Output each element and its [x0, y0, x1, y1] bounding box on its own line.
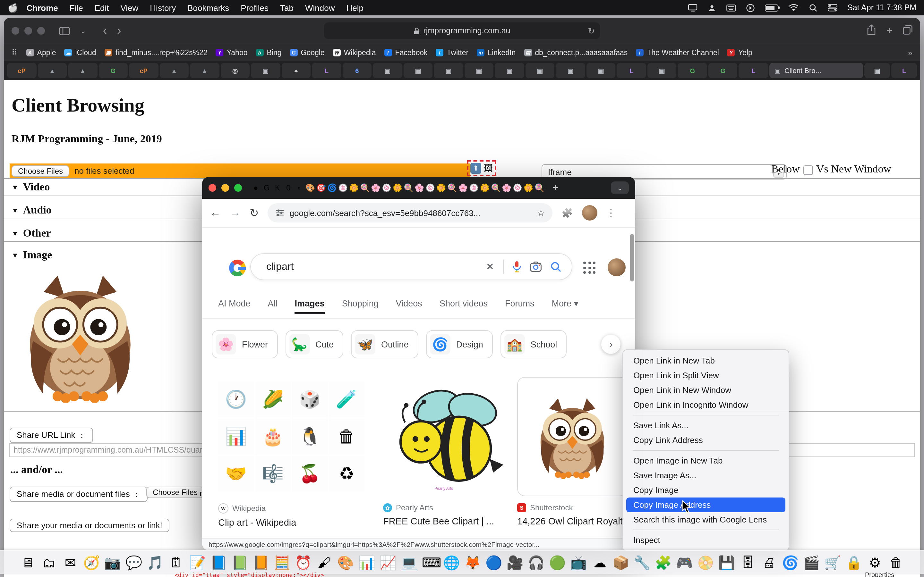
- zoom-window-button[interactable]: [37, 27, 45, 35]
- google-apps-icon[interactable]: [583, 261, 596, 274]
- browser-tab[interactable]: ▣: [251, 63, 280, 78]
- section-other[interactable]: ▼ Other: [11, 227, 51, 240]
- browser-tab[interactable]: 0: [284, 183, 293, 192]
- browser-tab[interactable]: 🌸: [502, 183, 511, 192]
- control-center-icon[interactable]: [827, 4, 837, 11]
- bookmark-item[interactable]: A Apple: [26, 49, 56, 56]
- chip-cute[interactable]: 🦕 Cute: [285, 330, 343, 358]
- menubar-item[interactable]: View: [115, 3, 144, 13]
- sidebar-toggle-icon[interactable]: [59, 27, 70, 35]
- context-menu-item[interactable]: Open Link in Split View: [626, 368, 785, 383]
- dock-app-icon[interactable]: 🎮: [676, 556, 693, 569]
- dock-app-icon[interactable]: 🧮: [274, 556, 290, 569]
- browser-tab[interactable]: cP: [7, 63, 36, 78]
- browser-tab[interactable]: 🌼: [523, 183, 533, 192]
- browser-tab[interactable]: 🍥: [513, 183, 522, 192]
- dock-app-icon[interactable]: 🗑: [888, 556, 905, 569]
- dock-app-icon[interactable]: 📘: [210, 556, 227, 569]
- apple-menu-icon[interactable]: 🍎: [8, 3, 18, 13]
- browser-tab[interactable]: G: [708, 63, 738, 78]
- bookmark-item[interactable]: Y Yelp: [727, 49, 752, 56]
- browser-tab[interactable]: ▣: [373, 63, 402, 78]
- browser-tab[interactable]: ▣: [495, 63, 524, 78]
- keyboard-icon[interactable]: [726, 4, 736, 11]
- spotlight-icon[interactable]: [809, 3, 817, 12]
- browser-tab[interactable]: L: [617, 63, 646, 78]
- browser-tab[interactable]: 🎨: [305, 183, 315, 192]
- bookmark-item[interactable]: t Twitter: [436, 49, 469, 56]
- browser-tab[interactable]: ▣: [864, 63, 890, 78]
- new-tab-button[interactable]: +: [552, 182, 559, 193]
- close-window-button[interactable]: [208, 184, 216, 192]
- bookmark-item[interactable]: T The Weather Channel: [636, 49, 719, 56]
- context-menu-item[interactable]: Search this image with Google Lens: [626, 512, 785, 527]
- browser-tab[interactable]: ▣: [434, 63, 463, 78]
- browser-tab[interactable]: ▫: [294, 183, 304, 192]
- browser-tab[interactable]: 🍥: [382, 183, 391, 192]
- menubar-item[interactable]: History: [144, 3, 182, 13]
- owl-result-card[interactable]: [517, 377, 628, 496]
- context-menu-item[interactable]: Open Image in New Tab: [626, 453, 785, 468]
- dock-app-icon[interactable]: 🔵: [485, 556, 502, 569]
- share-submit-button[interactable]: Share your media or documents or link!: [10, 519, 170, 532]
- context-menu-item[interactable]: Save Link As...: [626, 418, 785, 433]
- result-caption[interactable]: WWikipedia Clip art - Wikipedia: [218, 503, 365, 528]
- browser-tab[interactable]: ▲: [160, 63, 189, 78]
- tab-images[interactable]: Images: [295, 299, 325, 314]
- dock-app-icon[interactable]: 📦: [612, 556, 629, 569]
- sidebar-chevron-icon[interactable]: ⌄: [80, 27, 86, 35]
- result-title[interactable]: FREE Cute Bee Clipart | ...: [383, 516, 513, 526]
- image-icon[interactable]: 🖼: [484, 164, 493, 173]
- share-url-link-button[interactable]: Share URL Link ：: [10, 428, 93, 443]
- choose-files-button[interactable]: Choose Files: [11, 165, 69, 177]
- chips-scroll-right-button[interactable]: ›: [601, 335, 620, 354]
- browser-tab[interactable]: K: [273, 183, 282, 192]
- result-title[interactable]: 14,226 Owl Clipart Royalt: [517, 516, 628, 526]
- browser-tab[interactable]: ▲: [190, 63, 219, 78]
- dock-app-icon[interactable]: 📗: [231, 556, 248, 569]
- browser-tab[interactable]: 🌼: [349, 183, 359, 192]
- section-image[interactable]: ▼ Image: [11, 249, 52, 261]
- bookmark-item[interactable]: ▤ db_connect.p...aaasaaafaas: [524, 49, 628, 56]
- dock-app-icon[interactable]: 🖨: [761, 556, 777, 569]
- google-lens-icon[interactable]: [530, 261, 541, 272]
- tab-ai-mode[interactable]: AI Mode: [218, 299, 250, 314]
- dock-app-icon[interactable]: 🔒: [845, 556, 862, 569]
- browser-tab[interactable]: ▲: [37, 63, 67, 78]
- search-icon[interactable]: [551, 261, 561, 272]
- dock-app-icon[interactable]: 🗂: [41, 556, 57, 569]
- upload-icon[interactable]: ⬆: [470, 163, 481, 174]
- chip-design[interactable]: 🌀 Design: [426, 330, 493, 358]
- forward-button[interactable]: ›: [117, 24, 121, 38]
- bookmark-item[interactable]: W Wikipedia: [333, 49, 376, 56]
- bookmark-item[interactable]: G Google: [290, 49, 325, 56]
- tab-search-button[interactable]: ⌄: [611, 181, 629, 194]
- context-menu-item[interactable]: Inspect: [626, 533, 785, 548]
- browser-tab[interactable]: ◎: [220, 63, 250, 78]
- dock-app-icon[interactable]: 📝: [189, 556, 206, 569]
- dock-app-icon[interactable]: 💻: [401, 556, 417, 569]
- dock-app-icon[interactable]: 🟢: [549, 556, 565, 569]
- dock-app-icon[interactable]: 📈: [380, 556, 396, 569]
- section-video[interactable]: ▼ Video: [11, 181, 50, 193]
- browser-tab[interactable]: 🍥: [425, 183, 435, 192]
- browser-tab[interactable]: L: [312, 63, 341, 78]
- bookmarks-overflow-icon[interactable]: »: [908, 48, 913, 57]
- context-menu-item[interactable]: Open Link in New Tab: [626, 353, 785, 368]
- extensions-icon[interactable]: 🧩: [562, 208, 573, 218]
- browser-tab[interactable]: 🍭: [491, 183, 501, 192]
- site-settings-icon[interactable]: [276, 208, 284, 218]
- context-menu-item[interactable]: Open Link in Incognito Window: [626, 398, 785, 412]
- minimize-window-button[interactable]: [221, 184, 229, 192]
- browser-tab[interactable]: G: [678, 63, 707, 78]
- menubar-item[interactable]: Profiles: [235, 3, 274, 13]
- dock-app-icon[interactable]: 🧩: [655, 556, 672, 569]
- browser-tab[interactable]: L: [739, 63, 768, 78]
- google-logo[interactable]: [229, 259, 246, 276]
- dock-app-icon[interactable]: 🗄: [740, 556, 756, 569]
- bookmark-star-icon[interactable]: ☆: [537, 208, 545, 218]
- tab-all[interactable]: All: [268, 299, 278, 314]
- menubar-item[interactable]: Tab: [274, 3, 299, 13]
- browser-tab[interactable]: ▣: [403, 63, 433, 78]
- tab-more[interactable]: More▾: [552, 298, 578, 314]
